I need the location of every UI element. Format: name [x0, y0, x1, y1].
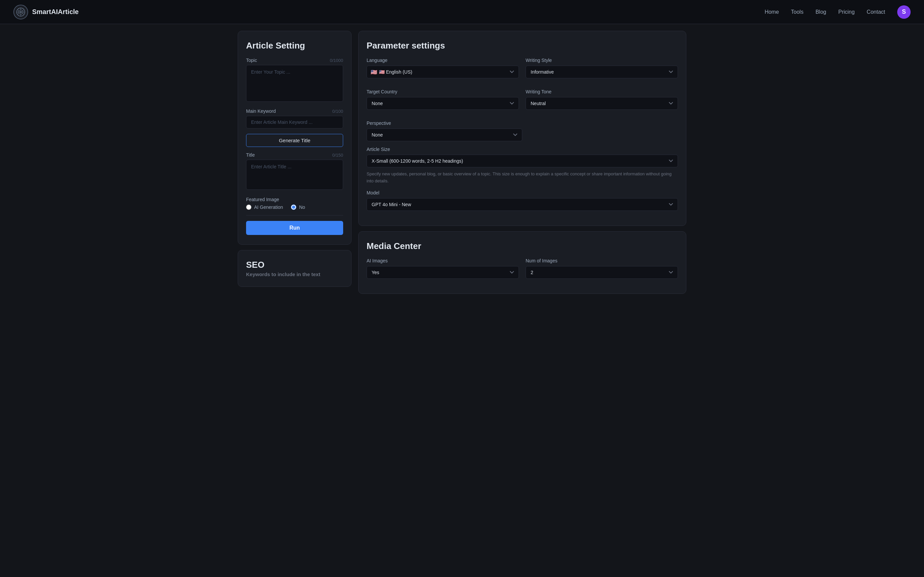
- writing-style-section: Writing Style Informative Conversational…: [526, 58, 678, 78]
- article-size-label: Article Size: [367, 147, 678, 152]
- main-keyword-label-row: Main Keyword 0/100: [246, 108, 343, 114]
- brand-name: SmartAIArticle: [32, 8, 79, 16]
- seo-subtitle: Keywords to include in the text: [246, 271, 343, 277]
- main-keyword-input[interactable]: [246, 116, 343, 129]
- writing-tone-label: Writing Tone: [526, 89, 678, 94]
- language-select-wrapper: 🇺🇸 🇺🇸 English (US) Spanish French German: [367, 66, 519, 78]
- right-column: Parameter settings Language 🇺🇸 🇺🇸 Englis…: [358, 31, 686, 294]
- nav-blog[interactable]: Blog: [816, 9, 826, 15]
- main-keyword-label: Main Keyword: [246, 108, 276, 114]
- writing-style-select[interactable]: Informative Conversational Professional …: [526, 66, 678, 78]
- navbar: SmartAIArticle Home Tools Blog Pricing C…: [0, 0, 924, 24]
- article-title-counter: 0/150: [332, 153, 343, 158]
- target-country-label: Target Country: [367, 89, 519, 94]
- featured-image-radio-group: AI Generation No: [246, 205, 343, 210]
- media-center-card: Media Center AI Images Yes No Num of Ima…: [358, 231, 686, 294]
- model-label: Model: [367, 190, 678, 195]
- country-tone-grid: Target Country None United States United…: [367, 89, 678, 115]
- topic-label-row: Topic 0/1000: [246, 58, 343, 63]
- nav-pricing[interactable]: Pricing: [838, 9, 855, 15]
- model-select[interactable]: GPT 4o Mini - New GPT 4o GPT 3.5 Turbo: [367, 198, 678, 211]
- perspective-label: Perspective: [367, 121, 678, 126]
- topic-label: Topic: [246, 58, 257, 63]
- seo-title: SEO: [246, 260, 343, 270]
- target-country-select[interactable]: None United States United Kingdom Canada: [367, 97, 519, 110]
- parameter-settings-card: Parameter settings Language 🇺🇸 🇺🇸 Englis…: [358, 31, 686, 226]
- article-size-select[interactable]: X-Small (600-1200 words, 2-5 H2 headings…: [367, 155, 678, 168]
- main-content: Article Setting Topic 0/1000 Main Keywor…: [227, 24, 697, 301]
- num-images-select[interactable]: 1 2 3 4 5: [526, 266, 678, 279]
- media-grid: AI Images Yes No Num of Images 1 2 3 4 5: [367, 258, 678, 284]
- article-title-label-row: Title 0/150: [246, 152, 343, 158]
- logo-icon: [13, 5, 28, 19]
- ai-images-select[interactable]: Yes No: [367, 266, 519, 279]
- article-setting-card: Article Setting Topic 0/1000 Main Keywor…: [238, 31, 352, 245]
- no-image-radio[interactable]: [291, 205, 296, 210]
- no-image-option[interactable]: No: [291, 205, 305, 210]
- seo-card: SEO Keywords to include in the text: [238, 250, 352, 287]
- num-images-section: Num of Images 1 2 3 4 5: [526, 258, 678, 279]
- language-label: Language: [367, 58, 519, 63]
- topic-counter: 0/1000: [330, 58, 343, 63]
- brand: SmartAIArticle: [13, 5, 79, 19]
- topic-input[interactable]: [246, 65, 343, 102]
- writing-tone-section: Writing Tone Neutral Formal Casual Optim…: [526, 89, 678, 110]
- language-style-grid: Language 🇺🇸 🇺🇸 English (US) Spanish Fren…: [367, 58, 678, 84]
- ai-generation-label: AI Generation: [254, 205, 283, 210]
- num-images-label: Num of Images: [526, 258, 678, 263]
- writing-tone-select[interactable]: Neutral Formal Casual Optimistic: [526, 97, 678, 110]
- article-size-description: Specify new updates, personal blog, or b…: [367, 171, 678, 185]
- article-title-label: Title: [246, 152, 255, 158]
- left-column: Article Setting Topic 0/1000 Main Keywor…: [238, 31, 352, 294]
- article-size-section: Article Size X-Small (600-1200 words, 2-…: [367, 147, 678, 185]
- language-select[interactable]: 🇺🇸 English (US) Spanish French German: [367, 66, 519, 78]
- nav-links: Home Tools Blog Pricing Contact S: [764, 5, 911, 19]
- perspective-select[interactable]: None First Person Second Person Third Pe…: [367, 129, 522, 141]
- nav-home[interactable]: Home: [764, 9, 779, 15]
- writing-style-label: Writing Style: [526, 58, 678, 63]
- nav-tools[interactable]: Tools: [791, 9, 803, 15]
- featured-image-label: Featured Image: [246, 197, 279, 202]
- run-button[interactable]: Run: [246, 221, 343, 235]
- target-country-section: Target Country None United States United…: [367, 89, 519, 110]
- ai-images-label: AI Images: [367, 258, 519, 263]
- parameter-settings-title: Parameter settings: [367, 40, 678, 51]
- media-center-title: Media Center: [367, 241, 678, 251]
- article-setting-title: Article Setting: [246, 40, 343, 51]
- ai-generation-radio[interactable]: [246, 205, 252, 210]
- divider: [246, 215, 343, 216]
- ai-images-section: AI Images Yes No: [367, 258, 519, 279]
- no-image-label: No: [299, 205, 305, 210]
- generate-title-button[interactable]: Generate Title: [246, 134, 343, 147]
- main-keyword-group: Main Keyword 0/100: [246, 108, 343, 129]
- article-title-group: Title 0/150: [246, 152, 343, 191]
- user-avatar[interactable]: S: [897, 5, 911, 19]
- perspective-section: Perspective None First Person Second Per…: [367, 121, 678, 141]
- main-keyword-counter: 0/100: [332, 109, 343, 114]
- featured-image-group: Featured Image AI Generation No: [246, 197, 343, 210]
- topic-group: Topic 0/1000: [246, 58, 343, 103]
- nav-contact[interactable]: Contact: [867, 9, 885, 15]
- ai-generation-option[interactable]: AI Generation: [246, 205, 283, 210]
- language-section: Language 🇺🇸 🇺🇸 English (US) Spanish Fren…: [367, 58, 519, 78]
- article-title-input[interactable]: [246, 160, 343, 190]
- model-section: Model GPT 4o Mini - New GPT 4o GPT 3.5 T…: [367, 190, 678, 211]
